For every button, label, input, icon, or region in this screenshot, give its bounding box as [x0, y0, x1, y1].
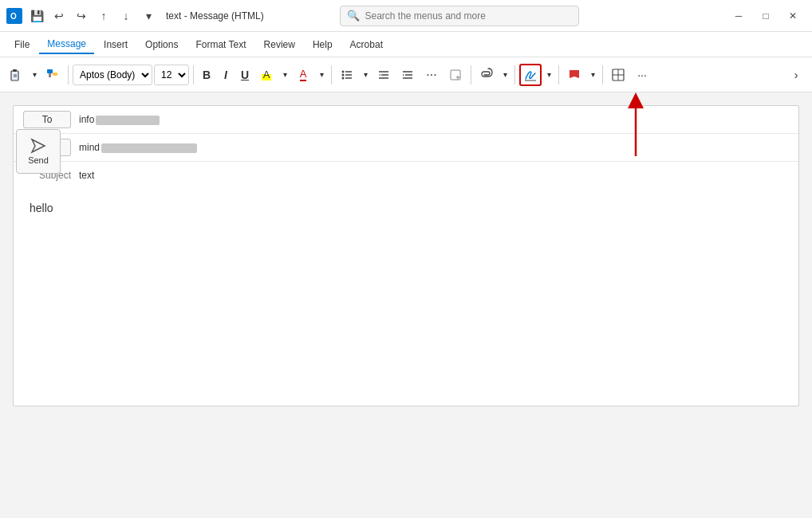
menu-file[interactable]: File [6, 36, 37, 53]
font-size-select[interactable]: 12 10 11 14 16 [154, 65, 189, 85]
svg-rect-3 [13, 69, 17, 72]
menu-help[interactable]: Help [305, 36, 341, 53]
svg-rect-2 [11, 71, 18, 80]
redo-button[interactable]: ↪ [72, 6, 91, 26]
separator-6 [558, 65, 559, 84]
to-row: To info [14, 106, 798, 134]
table-button[interactable] [607, 64, 629, 86]
svg-rect-8 [53, 73, 57, 76]
maximize-button[interactable]: □ [753, 5, 778, 27]
search-icon: 🔍 [347, 10, 360, 22]
svg-rect-7 [49, 73, 51, 77]
font-name-select[interactable]: Aptos (Body)Aptos (Body) [73, 65, 152, 85]
separator-7 [602, 65, 603, 84]
search-bar[interactable]: 🔍 [340, 6, 579, 26]
bullets-button[interactable] [336, 64, 358, 86]
menu-message[interactable]: Message [39, 35, 94, 54]
format-painter-button[interactable] [41, 64, 64, 86]
svg-point-13 [342, 77, 345, 79]
attach-dropdown[interactable]: ▾ [499, 64, 510, 86]
menu-acrobat[interactable]: Acrobat [342, 36, 391, 53]
svg-rect-21 [451, 70, 460, 80]
cc-row: Cc mind [14, 134, 798, 162]
paste-button[interactable] [5, 64, 27, 86]
attach-button[interactable] [475, 64, 498, 86]
move-up-button[interactable]: ↑ [94, 6, 113, 26]
paste-dropdown[interactable]: ▾ [29, 64, 40, 86]
highlight-button[interactable]: A [255, 64, 278, 86]
highlight-dropdown[interactable]: ▾ [279, 64, 290, 86]
separator-4 [471, 65, 471, 84]
body-text: hello [30, 202, 53, 214]
to-button[interactable]: To [23, 111, 71, 128]
underline-button[interactable]: U [236, 65, 254, 85]
quick-access: 💾 ↩ ↪ ↑ ↓ ▾ [27, 6, 158, 26]
customize-button[interactable]: ▾ [139, 6, 158, 26]
window-controls: ─ □ ✕ [726, 5, 806, 27]
separator-3 [331, 65, 332, 84]
svg-rect-6 [47, 69, 53, 73]
undo-button[interactable]: ↩ [49, 6, 69, 26]
toolbar: ▾ Aptos (Body)Aptos (Body) 12 10 11 14 1… [0, 57, 812, 92]
increase-indent-button[interactable] [396, 64, 419, 86]
send-label: Send [28, 155, 49, 165]
minimize-button[interactable]: ─ [726, 5, 751, 27]
to-value[interactable]: info [79, 114, 160, 125]
menu-format-text[interactable]: Format Text [187, 36, 254, 53]
save-button[interactable]: 💾 [27, 6, 46, 26]
svg-text:O: O [10, 12, 17, 21]
followup-dropdown[interactable]: ▾ [587, 64, 598, 86]
close-button[interactable]: ✕ [780, 5, 806, 27]
menu-review[interactable]: Review [256, 36, 303, 53]
menu-bar: File Message Insert Options Format Text … [0, 32, 812, 57]
decrease-indent-button[interactable] [372, 64, 395, 86]
message-body[interactable]: hello [14, 189, 798, 406]
more-button[interactable]: ··· [420, 64, 443, 86]
bold-button[interactable]: B [198, 65, 215, 85]
subject-value[interactable]: text [79, 170, 94, 181]
title-bar-left: O 💾 ↩ ↪ ↑ ↓ ▾ text - Message (HTML) [6, 6, 264, 26]
app-icon: O [6, 8, 22, 24]
ribbon-collapse-button[interactable]: › [785, 64, 807, 86]
format-expand-button[interactable] [444, 64, 467, 86]
menu-options[interactable]: Options [137, 36, 186, 53]
followup-button[interactable] [563, 64, 585, 86]
overflow-button[interactable]: ··· [631, 64, 653, 86]
bullets-dropdown[interactable]: ▾ [360, 64, 371, 86]
window-title: text - Message (HTML) [166, 10, 264, 22]
menu-insert[interactable]: Insert [96, 36, 136, 53]
search-input[interactable] [365, 10, 572, 22]
separator-2 [193, 65, 194, 84]
separator-5 [514, 65, 515, 84]
compose-area: To info Cc mind Subject text hello [13, 105, 799, 406]
svg-point-9 [342, 70, 345, 73]
svg-point-11 [342, 73, 345, 76]
italic-button[interactable]: I [217, 65, 235, 85]
signature-button[interactable] [519, 64, 542, 86]
font-color-dropdown[interactable]: ▾ [316, 64, 327, 86]
svg-marker-28 [32, 139, 45, 152]
move-down-button[interactable]: ↓ [116, 6, 136, 26]
title-bar: O 💾 ↩ ↪ ↑ ↓ ▾ text - Message (HTML) 🔍 ─ … [0, 0, 812, 32]
signature-dropdown[interactable]: ▾ [543, 64, 554, 86]
separator-1 [68, 65, 69, 84]
font-color-button[interactable]: A [292, 64, 314, 86]
subject-row: Subject text [14, 162, 798, 189]
send-button[interactable]: Send [16, 129, 61, 174]
cc-value[interactable]: mind [79, 142, 197, 153]
